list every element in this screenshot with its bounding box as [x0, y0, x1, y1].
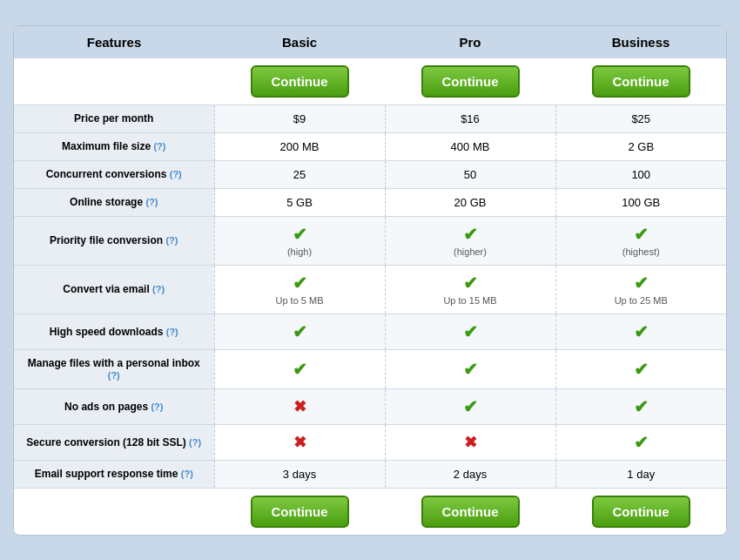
pro-value: $16	[385, 105, 555, 132]
help-link[interactable]: (?)	[152, 284, 165, 294]
business-value: 100	[555, 160, 726, 188]
basic-header: Basic	[214, 26, 385, 58]
basic-check-cell: ✖	[214, 424, 385, 460]
help-link[interactable]: (?)	[189, 437, 201, 448]
pro-check-cell: ✔	[385, 349, 555, 388]
business-check-cell: ✔	[555, 349, 726, 388]
pro-continue-bottom-button[interactable]: Continue	[421, 496, 520, 528]
pro-check-cell: ✖	[385, 424, 555, 460]
pro-check-cell: ✔	[385, 388, 555, 424]
business-continue-top-cell: Continue	[555, 58, 726, 105]
basic-check-cell: ✔	[214, 314, 385, 349]
basic-check-cell: ✔(high)	[214, 216, 385, 265]
feature-label: Email support response time (?)	[14, 460, 214, 488]
business-continue-top-button[interactable]: Continue	[592, 65, 690, 98]
cell-subtitle: (high)	[287, 246, 312, 257]
help-link[interactable]: (?)	[108, 370, 120, 381]
checkmark-icon: ✔	[634, 273, 649, 293]
basic-check-cell: ✖	[214, 388, 385, 424]
help-link[interactable]: (?)	[170, 169, 182, 179]
pro-continue-bottom-cell: Continue	[385, 488, 555, 535]
table-row: Convert via email (?)✔Up to 5 MB✔Up to 1…	[14, 265, 726, 314]
basic-value: 3 days	[214, 460, 385, 488]
cross-icon: ✖	[293, 434, 306, 451]
business-value: 1 day	[555, 460, 726, 488]
business-check-cell: ✔	[555, 424, 726, 460]
help-link[interactable]: (?)	[151, 401, 163, 412]
pricing-table: Features Basic Pro Business Continue Con…	[13, 25, 727, 536]
business-check-cell: ✔Up to 25 MB	[555, 265, 726, 314]
basic-value: 25	[214, 160, 385, 188]
basic-continue-top-button[interactable]: Continue	[251, 65, 349, 98]
feature-label: Price per month	[14, 105, 214, 132]
table-row: No ads on pages (?)✖✔✔	[14, 388, 726, 424]
pro-check-cell: ✔	[385, 314, 555, 349]
basic-continue-bottom-button[interactable]: Continue	[251, 496, 349, 528]
pro-value: 400 MB	[385, 132, 555, 160]
checkmark-icon: ✔	[293, 360, 307, 379]
cross-icon: ✖	[293, 398, 306, 415]
business-check-cell: ✔	[555, 314, 726, 349]
help-link[interactable]: (?)	[145, 197, 158, 207]
table-row: High speed downloads (?)✔✔✔	[14, 314, 726, 349]
basic-value: 200 MB	[214, 132, 385, 160]
pro-check-cell: ✔Up to 15 MB	[385, 265, 555, 314]
empty-cell	[14, 58, 214, 105]
business-value: 100 GB	[555, 188, 726, 216]
empty-footer-cell	[14, 488, 214, 535]
business-value: $25	[555, 105, 726, 132]
business-continue-bottom-button[interactable]: Continue	[592, 496, 690, 528]
checkmark-icon: ✔	[634, 360, 649, 379]
checkmark-icon: ✔	[463, 397, 478, 416]
help-link[interactable]: (?)	[166, 327, 178, 337]
top-button-row: Continue Continue Continue	[14, 58, 726, 105]
feature-label: Priority file conversion (?)	[14, 216, 214, 265]
table-row: Concurrent conversions (?)2550100	[14, 160, 726, 188]
table-row: Maximum file size (?)200 MB400 MB2 GB	[14, 132, 726, 160]
feature-label: Online storage (?)	[14, 188, 214, 216]
cell-subtitle: (higher)	[454, 246, 487, 257]
business-value: 2 GB	[555, 132, 726, 160]
table-row: Email support response time (?)3 days2 d…	[14, 460, 726, 488]
cell-subtitle: Up to 15 MB	[443, 295, 496, 306]
basic-continue-bottom-cell: Continue	[214, 488, 385, 535]
feature-label: Manage files with a personal inbox (?)	[14, 349, 214, 388]
feature-label: No ads on pages (?)	[14, 388, 214, 424]
header-row: Features Basic Pro Business	[14, 26, 726, 58]
help-link[interactable]: (?)	[181, 469, 193, 479]
pro-header: Pro	[385, 26, 555, 58]
cross-icon: ✖	[464, 434, 477, 451]
checkmark-icon: ✔	[463, 322, 478, 341]
help-link[interactable]: (?)	[153, 141, 165, 152]
table-row: Online storage (?)5 GB20 GB100 GB	[14, 188, 726, 216]
table-row: Secure conversion (128 bit SSL) (?)✖✖✔	[14, 424, 726, 460]
pro-continue-top-cell: Continue	[385, 58, 555, 105]
feature-rows: Price per month$9$16$25Maximum file size…	[14, 105, 726, 488]
cell-subtitle: Up to 5 MB	[275, 295, 323, 306]
pro-value: 20 GB	[385, 188, 555, 216]
help-link[interactable]: (?)	[165, 235, 178, 246]
feature-label: Secure conversion (128 bit SSL) (?)	[14, 424, 214, 460]
table-row: Manage files with a personal inbox (?)✔✔…	[14, 349, 726, 388]
business-check-cell: ✔	[555, 388, 726, 424]
checkmark-icon: ✔	[293, 273, 307, 293]
business-header: Business	[555, 26, 726, 58]
cell-subtitle: (highest)	[622, 246, 660, 257]
checkmark-icon: ✔	[634, 397, 649, 416]
feature-label: Maximum file size (?)	[14, 132, 214, 160]
basic-check-cell: ✔Up to 5 MB	[214, 265, 385, 314]
basic-value: $9	[214, 105, 385, 132]
checkmark-icon: ✔	[634, 322, 649, 341]
feature-label: Convert via email (?)	[14, 265, 214, 314]
table-row: Priority file conversion (?)✔(high)✔(hig…	[14, 216, 726, 265]
checkmark-icon: ✔	[293, 322, 307, 341]
basic-check-cell: ✔	[214, 349, 385, 388]
feature-label: High speed downloads (?)	[14, 314, 214, 349]
basic-value: 5 GB	[214, 188, 385, 216]
checkmark-icon: ✔	[634, 433, 649, 452]
pro-continue-top-button[interactable]: Continue	[421, 65, 520, 98]
checkmark-icon: ✔	[293, 225, 307, 244]
features-header: Features	[14, 26, 214, 58]
pro-value: 50	[385, 160, 555, 188]
business-continue-bottom-cell: Continue	[555, 488, 726, 535]
